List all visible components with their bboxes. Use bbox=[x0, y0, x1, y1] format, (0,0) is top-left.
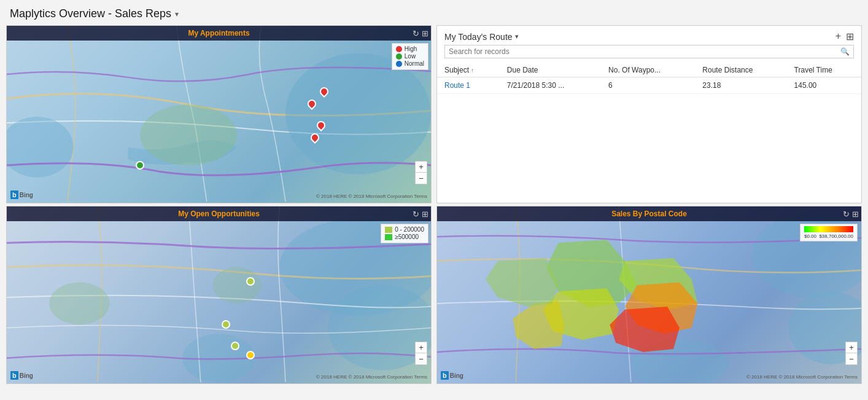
map-pin-3[interactable] bbox=[317, 121, 325, 130]
appointments-refresh-icon[interactable]: ↻ bbox=[413, 29, 419, 38]
opps-refresh-icon[interactable]: ↻ bbox=[413, 210, 419, 219]
postal-title: Sales By Postal Code bbox=[611, 210, 687, 218]
legend-label-normal: Normal bbox=[405, 60, 424, 67]
route-link[interactable]: Route 1 bbox=[444, 81, 470, 90]
legend-item-normal: Normal bbox=[396, 60, 424, 67]
svg-marker-20 bbox=[486, 258, 558, 307]
opps-zoom-out[interactable]: − bbox=[416, 353, 427, 364]
opps-bing-logo: b Bing bbox=[10, 371, 33, 380]
opp-pin-2[interactable] bbox=[222, 320, 230, 329]
postal-zoom-out[interactable]: − bbox=[846, 353, 857, 364]
col-waypoints[interactable]: No. Of Waypo... bbox=[601, 63, 695, 77]
appointments-legend: High Low Normal bbox=[392, 43, 428, 70]
postal-zoom-in[interactable]: + bbox=[846, 342, 857, 353]
route-actions: + ⊞ bbox=[835, 31, 854, 42]
appointments-title: My Appointments bbox=[188, 29, 249, 37]
postal-panel: Sales By Postal Code ↻ ⊞ $0.00 $38,700,0… bbox=[436, 206, 862, 384]
route-search-input[interactable] bbox=[449, 47, 838, 56]
postal-fullscreen-icon[interactable]: ⊞ bbox=[852, 210, 859, 219]
zoom-in-button[interactable]: + bbox=[416, 162, 427, 173]
route-distance-cell: 23.18 bbox=[695, 77, 786, 94]
zoom-out-button[interactable]: − bbox=[416, 173, 427, 184]
opp-pin-4[interactable] bbox=[246, 351, 255, 359]
col-due-date[interactable]: Due Date bbox=[500, 63, 601, 77]
opps-map-svg bbox=[7, 206, 431, 382]
postal-map: Sales By Postal Code ↻ ⊞ $0.00 $38,700,0… bbox=[437, 206, 861, 383]
appointments-controls: ↻ ⊞ bbox=[413, 29, 428, 38]
opps-zoom[interactable]: + − bbox=[415, 342, 427, 365]
route-table-row: Route 1 7/21/2018 5:30 ... 6 23.18 145.0… bbox=[437, 77, 861, 94]
postal-refresh-icon[interactable]: ↻ bbox=[843, 210, 850, 219]
appointments-fullscreen-icon[interactable]: ⊞ bbox=[422, 29, 428, 38]
legend-dot-low bbox=[396, 53, 402, 60]
legend-label-0-200k: 0 - 200000 bbox=[395, 226, 424, 233]
route-waypoints-cell: 6 bbox=[601, 77, 695, 94]
opps-bing-text: Bing bbox=[20, 372, 33, 379]
map-pin-5[interactable] bbox=[136, 161, 144, 170]
postal-bing-b: b bbox=[441, 371, 449, 380]
opportunities-panel: My Open Opportunities ↻ ⊞ 0 - 200000 ≥50… bbox=[6, 206, 432, 384]
legend-label-high: High bbox=[405, 45, 417, 52]
map-pin-4[interactable] bbox=[311, 133, 319, 142]
opps-zoom-in[interactable]: + bbox=[416, 342, 427, 353]
route-search-bar[interactable]: 🔍 bbox=[444, 45, 854, 58]
legend-item-high: High bbox=[396, 45, 424, 52]
legend-label-low: Low bbox=[405, 53, 416, 60]
bing-logo: b Bing bbox=[10, 190, 33, 199]
legend-label-500k: ≥500000 bbox=[395, 233, 419, 240]
postal-zoom[interactable]: + − bbox=[845, 342, 858, 365]
opp-pin-1[interactable] bbox=[246, 277, 255, 286]
route-subject-cell: Route 1 bbox=[437, 77, 500, 94]
route-travel-cell: 145.00 bbox=[787, 77, 861, 94]
opps-fullscreen-icon[interactable]: ⊞ bbox=[422, 210, 428, 219]
appointments-copyright: © 2018 HERE © 2018 Microsoft Corporation… bbox=[316, 194, 427, 199]
route-due-date-cell: 7/21/2018 5:30 ... bbox=[500, 77, 601, 94]
dashboard: My Appointments ↻ ⊞ High Low Norm bbox=[0, 25, 868, 390]
heat-max-label: $38,700,000.00 bbox=[819, 233, 853, 239]
opportunities-map: My Open Opportunities ↻ ⊞ 0 - 200000 ≥50… bbox=[7, 206, 431, 383]
svg-marker-19 bbox=[513, 300, 564, 349]
postal-controls: ↻ ⊞ bbox=[843, 210, 859, 219]
legend-box-high bbox=[385, 234, 392, 240]
legend-dot-high bbox=[396, 46, 402, 52]
route-panel: My Today's Route ▾ + ⊞ 🔍 Subject ↑ Due D… bbox=[436, 25, 862, 203]
bing-text: Bing bbox=[20, 192, 33, 198]
route-grid-button[interactable]: ⊞ bbox=[846, 31, 854, 42]
route-title: My Today's Route ▾ bbox=[444, 32, 519, 42]
postal-heat-legend: $0.00 $38,700,000.00 bbox=[800, 224, 858, 241]
opp-pin-3[interactable] bbox=[231, 342, 239, 350]
route-title-text: My Today's Route bbox=[444, 32, 513, 42]
route-dropdown-icon[interactable]: ▾ bbox=[515, 33, 519, 41]
col-subject[interactable]: Subject ↑ bbox=[437, 63, 500, 77]
map-roads-svg bbox=[7, 26, 431, 202]
search-icon: 🔍 bbox=[840, 47, 850, 56]
opps-bing-b: b bbox=[10, 371, 18, 380]
route-header: My Today's Route ▾ + ⊞ bbox=[437, 26, 861, 45]
map-pin-2[interactable] bbox=[320, 87, 328, 96]
opps-legend: 0 - 200000 ≥500000 bbox=[381, 224, 428, 243]
col-travel[interactable]: Travel Time bbox=[787, 63, 861, 77]
svg-point-1 bbox=[285, 53, 431, 174]
postal-bing-text: Bing bbox=[450, 372, 463, 379]
legend-box-low bbox=[385, 227, 392, 233]
legend-item-low: Low bbox=[396, 53, 424, 60]
legend-item-0-200k: 0 - 200000 bbox=[385, 226, 424, 233]
col-distance[interactable]: Route Distance bbox=[695, 63, 786, 77]
appointments-panel: My Appointments ↻ ⊞ High Low Norm bbox=[6, 25, 432, 203]
legend-dot-normal bbox=[396, 61, 402, 67]
postal-copyright: © 2018 HERE © 2018 Microsoft Corporation… bbox=[746, 374, 858, 380]
bing-b: b bbox=[10, 190, 18, 199]
appointments-zoom[interactable]: + − bbox=[415, 161, 427, 184]
opps-title: My Open Opportunities bbox=[178, 210, 260, 218]
svg-point-3 bbox=[140, 104, 237, 165]
opps-title-bar: My Open Opportunities ↻ ⊞ bbox=[7, 206, 431, 221]
page-title: Maplytics Overview - Sales Reps bbox=[10, 7, 171, 20]
route-add-button[interactable]: + bbox=[835, 31, 841, 42]
opps-controls: ↻ ⊞ bbox=[413, 210, 428, 219]
appointments-title-bar: My Appointments ↻ ⊞ bbox=[7, 26, 431, 41]
page-title-dropdown[interactable]: ▾ bbox=[175, 10, 179, 18]
svg-point-8 bbox=[49, 282, 110, 324]
postal-map-svg bbox=[437, 206, 861, 382]
appointments-map: My Appointments ↻ ⊞ High Low Norm bbox=[7, 26, 431, 203]
map-pin-1[interactable] bbox=[308, 100, 316, 108]
